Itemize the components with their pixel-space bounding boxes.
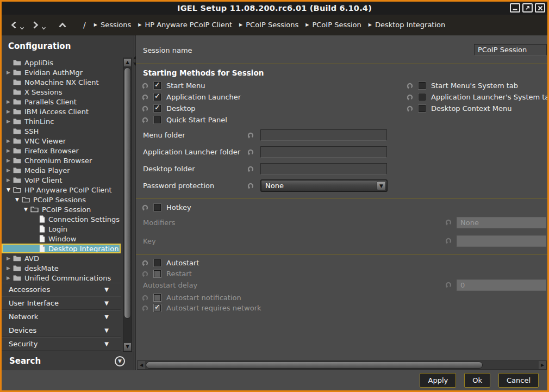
quick-start-panel-checkbox[interactable] (154, 116, 161, 123)
tree-item-media-player[interactable]: ▶Media Player (2, 165, 121, 175)
hotkey-checkbox[interactable] (154, 204, 161, 211)
reset-icon[interactable] (247, 132, 254, 139)
sidebar-section-devices[interactable]: Devices▼ (2, 323, 121, 337)
back-history-dropdown[interactable] (20, 27, 24, 30)
expand-icon[interactable]: ▶ (5, 99, 12, 104)
forward-button[interactable] (31, 20, 40, 30)
expand-icon[interactable]: ▶ (5, 178, 12, 183)
scrollbar-thumb[interactable] (146, 362, 483, 369)
ok-button[interactable]: Ok (464, 373, 490, 388)
start-menu-checkbox[interactable]: ✓ (154, 82, 161, 89)
minimize-button[interactable] (510, 3, 520, 13)
reset-icon[interactable] (406, 82, 414, 90)
expand-icon[interactable]: ▶ (5, 266, 12, 271)
breadcrumb-desktop-integration[interactable]: ▶Desktop Integration (369, 21, 446, 29)
collapse-icon[interactable]: ▼ (14, 197, 21, 202)
tree-item-vnc-viewer[interactable]: ▶VNC Viewer (2, 136, 121, 146)
search-section[interactable]: Search ▼ (2, 351, 134, 371)
tree-item-login[interactable]: Login (2, 224, 121, 234)
tree-item-nomachine-nx-client[interactable]: NoMachine NX Client (2, 77, 121, 87)
tree-item-hp-anyware-pcoip-client[interactable]: ▼HP Anyware PCoIP Client (2, 185, 121, 195)
password-protection-select[interactable]: None▼ (260, 179, 388, 192)
scroll-right-button[interactable]: ▶ (539, 361, 546, 369)
breadcrumb-pcoip-sessions[interactable]: ▶PCoIP Sessions (239, 21, 298, 29)
breadcrumb-sessions[interactable]: ▶Sessions (94, 21, 132, 29)
tree-item-deskmate[interactable]: ▶deskMate (2, 263, 121, 273)
expand-icon[interactable]: ▶ (5, 276, 12, 281)
sidebar-section-security[interactable]: Security▼ (2, 337, 121, 351)
application-launcher-folder-input[interactable] (260, 146, 387, 158)
expand-icon[interactable]: ▶ (5, 109, 12, 114)
expand-icon[interactable]: ▶ (5, 168, 12, 173)
close-button[interactable] (535, 3, 545, 13)
reset-icon[interactable] (406, 105, 414, 113)
maximize-button[interactable] (522, 3, 533, 13)
reset-icon[interactable] (247, 165, 254, 173)
application-launcher-s-system-tab-checkbox[interactable] (419, 94, 426, 101)
start-menu-s-system-tab-checkbox[interactable] (419, 82, 426, 89)
collapse-icon[interactable]: ▼ (22, 207, 29, 212)
autostart-checkbox[interactable] (154, 259, 161, 266)
breadcrumb-pcoip-session[interactable]: ▶PCoIP Session (305, 21, 361, 29)
scroll-up-button[interactable]: ▲ (123, 58, 132, 67)
tree-item-pcoip-session[interactable]: ▼PCoIP Session (2, 204, 121, 214)
tree-item-label: Chromium Browser (24, 157, 92, 165)
tree-item-ibm-iaccess-client[interactable]: ▶IBM iAccess Client (2, 107, 121, 116)
expand-icon[interactable]: ▶ (5, 158, 12, 163)
breadcrumb-hp-anyware-pcoip-client[interactable]: ▶HP Anyware PCoIP Client (138, 21, 232, 29)
forward-history-dropdown[interactable] (41, 27, 46, 30)
chevron-down-icon[interactable]: ▼ (377, 181, 386, 190)
session-name-input[interactable] (474, 44, 547, 55)
tree-item-applidis[interactable]: AppliDis (2, 58, 121, 67)
tree-item-connection-settings[interactable]: Connection Settings (2, 214, 121, 224)
tree-item-window[interactable]: Window (2, 234, 121, 244)
reset-icon[interactable] (141, 259, 149, 267)
tree-item-unified-communications[interactable]: ▶Unified Communications (2, 273, 121, 283)
application-launcher-checkbox[interactable]: ✓ (154, 94, 161, 101)
expand-icon[interactable]: ▶ (5, 70, 12, 75)
collapse-icon[interactable]: ▼ (5, 188, 12, 192)
field-label: Autostart delay (143, 281, 197, 289)
tree-item-voip-client[interactable]: ▶VoIP Client (2, 175, 121, 185)
triangle-left-icon: ◀ (140, 363, 143, 368)
tree-item-ssh[interactable]: SSH (2, 126, 121, 136)
reset-icon[interactable] (141, 204, 149, 211)
scroll-left-button[interactable]: ◀ (138, 361, 145, 369)
reset-icon[interactable] (141, 116, 149, 124)
desktop-folder-input[interactable] (260, 163, 387, 175)
cancel-button[interactable]: Cancel (498, 373, 539, 388)
reset-icon[interactable] (247, 148, 254, 156)
tree-item-firefox-browser[interactable]: ▶Firefox Browser (2, 146, 121, 155)
circled-chevron-down-icon[interactable]: ▼ (115, 356, 125, 366)
tree-item-desktop-integration[interactable]: Desktop Integration (2, 244, 121, 253)
menu-folder-input[interactable] (260, 129, 387, 141)
sidebar-section-user-interface[interactable]: User Interface▼ (2, 296, 121, 310)
tree-item-parallels-client[interactable]: ▶Parallels Client (2, 97, 121, 107)
tree-item-thinlinc[interactable]: ▶ThinLinc (2, 116, 121, 126)
desktop-context-menu-row: Desktop Context Menu (406, 103, 547, 114)
up-level-button[interactable] (57, 21, 68, 29)
reset-icon[interactable] (406, 94, 414, 101)
desktop-context-menu-checkbox[interactable] (419, 105, 426, 112)
expand-icon[interactable]: ▶ (5, 256, 12, 261)
reset-icon[interactable] (141, 82, 149, 90)
reset-icon[interactable] (141, 105, 149, 113)
triangle-right-icon: ▶ (305, 23, 309, 27)
expand-icon[interactable]: ▶ (5, 139, 12, 144)
tree-item-chromium-browser[interactable]: ▶Chromium Browser (2, 155, 121, 165)
scrollbar-thumb[interactable] (124, 67, 131, 319)
sidebar-section-network[interactable]: Network▼ (2, 310, 121, 323)
back-button[interactable] (9, 20, 18, 30)
scroll-down-button[interactable]: ▼ (123, 343, 132, 351)
sidebar-section-accessories[interactable]: Accessories▼ (2, 283, 121, 296)
reset-icon[interactable] (141, 94, 149, 101)
tree-item-pcoip-sessions[interactable]: ▼PCoIP Sessions (2, 195, 121, 204)
tree-item-avd[interactable]: ▶AVD (2, 253, 121, 263)
reset-icon[interactable] (247, 182, 254, 190)
expand-icon[interactable]: ▶ (5, 119, 12, 124)
tree-item-evidian-authmgr[interactable]: ▶Evidian AuthMgr (2, 67, 121, 77)
tree-item-x-sessions[interactable]: X Sessions (2, 87, 121, 97)
desktop-checkbox[interactable]: ✓ (154, 105, 161, 112)
expand-icon[interactable]: ▶ (5, 148, 12, 153)
apply-button[interactable]: Apply (420, 373, 456, 388)
